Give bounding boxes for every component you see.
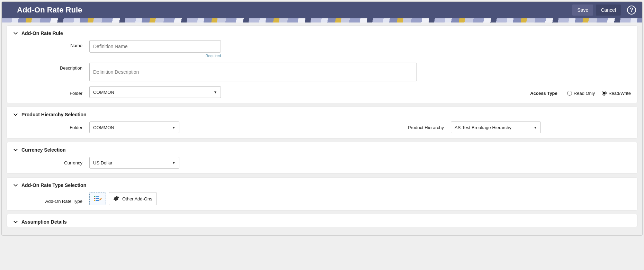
currency-row: Currency US Dollar ▼ [13, 157, 631, 169]
rate-type-label: Add-On Rate Type [13, 194, 89, 204]
svg-rect-4 [94, 200, 95, 201]
panel-currency-header: Currency Selection [13, 147, 631, 153]
ph-row: Folder COMMON ▼ Product Hierarchy AS-Tes… [13, 122, 631, 133]
ph-folder-value: COMMON [93, 125, 114, 130]
ph-hierarchy-select[interactable]: AS-Test Breakage Hierarchy ▼ [451, 122, 541, 133]
panel-rate-type-header: Add-On Rate Type Selection [13, 182, 631, 188]
rate-type-row: Add-On Rate Type [13, 192, 631, 205]
folder-select-value: COMMON [93, 90, 114, 95]
name-hint: Required [89, 54, 221, 58]
page-title: Add-On Rate Rule [17, 6, 570, 15]
panel-currency-title: Currency Selection [21, 147, 66, 153]
content-area: Add-On Rate Rule Name Required Descripti… [2, 22, 642, 235]
chevron-down-icon[interactable] [13, 219, 18, 224]
banner-decoration [2, 18, 642, 22]
folder-select[interactable]: COMMON ▼ [89, 86, 221, 98]
panel-rule-title: Add-On Rate Rule [21, 30, 63, 36]
ph-folder-select[interactable]: COMMON ▼ [89, 122, 179, 133]
description-input[interactable] [89, 63, 417, 81]
panel-rule: Add-On Rate Rule Name Required Descripti… [7, 25, 637, 103]
chevron-down-icon[interactable] [13, 183, 18, 188]
caret-down-icon: ▼ [534, 126, 537, 129]
panel-assumption-header: Assumption Details [13, 219, 631, 225]
currency-value: US Dollar [93, 160, 113, 165]
chevron-down-icon[interactable] [13, 147, 18, 152]
caret-down-icon: ▼ [172, 126, 176, 129]
row-description: Description [13, 63, 631, 81]
radio-read-write[interactable]: Read/Write [602, 91, 631, 96]
cancel-button[interactable]: Cancel [596, 4, 621, 16]
other-addons-button[interactable]: Other Add-Ons [109, 192, 157, 205]
panel-currency: Currency Selection Currency US Dollar ▼ [7, 142, 637, 174]
currency-label: Currency [13, 160, 89, 165]
panel-assumption-title: Assumption Details [21, 219, 67, 225]
currency-select[interactable]: US Dollar ▼ [89, 157, 179, 169]
radio-read-only[interactable]: Read Only [567, 91, 595, 96]
panel-rate-type-title: Add-On Rate Type Selection [21, 182, 86, 188]
other-addons-label: Other Add-Ons [122, 196, 152, 201]
row-folder-access: Folder COMMON ▼ Access Type Read Only [13, 86, 631, 98]
description-label: Description [13, 63, 89, 71]
name-label: Name [13, 40, 89, 48]
access-type-block: Access Type Read Only Read/Write [530, 89, 631, 96]
panel-ph-header: Product Hierarchy Selection [13, 112, 631, 117]
svg-rect-0 [94, 196, 95, 197]
radio-read-only-label: Read Only [574, 91, 595, 96]
panel-ph-title: Product Hierarchy Selection [21, 112, 87, 117]
svg-rect-5 [96, 200, 99, 201]
svg-rect-3 [96, 198, 99, 199]
caret-down-icon: ▼ [172, 161, 176, 165]
radio-read-write-label: Read/Write [608, 91, 631, 96]
page-header: Add-On Rate Rule Save Cancel ? [2, 2, 642, 18]
panel-rule-header: Add-On Rate Rule [13, 30, 631, 36]
row-name: Name Required [13, 40, 631, 58]
app-root: Add-On Rate Rule Save Cancel ? Add-On Ra… [1, 1, 643, 236]
svg-rect-2 [94, 198, 95, 199]
caret-down-icon: ▼ [214, 90, 217, 94]
help-icon[interactable]: ? [627, 6, 636, 15]
name-input[interactable] [89, 40, 221, 53]
ph-folder-label: Folder [13, 125, 89, 130]
rate-list-edit-button[interactable] [89, 192, 106, 205]
ph-hierarchy-value: AS-Test Breakage Hierarchy [455, 125, 511, 130]
chevron-down-icon[interactable] [13, 112, 18, 117]
access-type-label: Access Type [530, 91, 557, 96]
gear-icon [113, 195, 119, 202]
folder-label: Folder [13, 89, 89, 96]
panel-product-hierarchy: Product Hierarchy Selection Folder COMMO… [7, 107, 637, 138]
chevron-down-icon[interactable] [13, 31, 18, 36]
save-button[interactable]: Save [572, 4, 593, 16]
panel-assumption: Assumption Details [7, 214, 637, 227]
panel-rate-type: Add-On Rate Type Selection Add-On Rate T… [7, 177, 637, 210]
ph-hierarchy-label: Product Hierarchy [408, 125, 451, 130]
svg-rect-1 [96, 196, 99, 197]
